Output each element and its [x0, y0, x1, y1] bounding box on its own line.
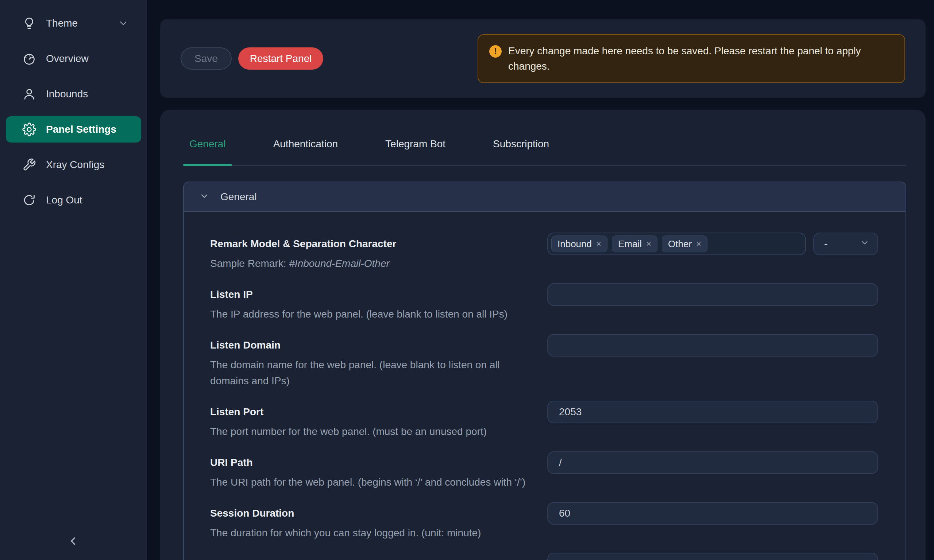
- form-row-session-duration: Session Duration The duration for which …: [210, 502, 878, 541]
- form-row-uri-path: URI Path The URI path for the web panel.…: [210, 451, 878, 490]
- tag-inbound: Inbound ×: [551, 235, 607, 252]
- gauge-icon: [22, 52, 36, 66]
- sidebar-item-xray-configs[interactable]: Xray Configs: [6, 152, 141, 178]
- field-label: Pagination Size: [210, 553, 533, 560]
- sidebar-item-theme[interactable]: Theme: [6, 10, 141, 37]
- tab-telegram-bot[interactable]: Telegram Bot: [379, 123, 452, 165]
- app: Theme Overview Inbounds Panel Settings: [0, 0, 934, 560]
- chevron-left-icon: [67, 535, 79, 549]
- gear-icon: [22, 123, 36, 136]
- sidebar-item-panel-settings[interactable]: Panel Settings: [6, 116, 141, 143]
- sidebar-item-label: Panel Settings: [46, 124, 116, 135]
- collapse-title: General: [220, 191, 257, 203]
- exclamation-circle-icon: !: [489, 45, 502, 58]
- chevron-down-icon: [860, 238, 869, 250]
- save-button[interactable]: Save: [180, 48, 232, 70]
- pagination-size-input[interactable]: [547, 553, 878, 560]
- sidebar-item-label: Theme: [46, 17, 78, 29]
- chevron-down-icon: [118, 18, 129, 29]
- tab-authentication[interactable]: Authentication: [267, 123, 344, 165]
- form-row-listen-port: Listen Port The port number for the web …: [210, 401, 878, 440]
- form-row-listen-domain: Listen Domain The domain name for the we…: [210, 334, 878, 389]
- form-row-listen-ip: Listen IP The IP address for the web pan…: [210, 283, 878, 322]
- toolbar: Save Restart Panel ! Every change made h…: [160, 19, 926, 98]
- sidebar-item-label: Xray Configs: [46, 159, 104, 171]
- field-label: Remark Model & Separation Character: [210, 232, 533, 255]
- tag-email: Email ×: [612, 235, 657, 252]
- sidebar-collapse-button[interactable]: [61, 530, 85, 554]
- chevron-down-icon: [199, 191, 210, 203]
- logout-icon: [22, 193, 36, 207]
- tag-other: Other ×: [662, 235, 707, 252]
- alert-text: Every change made here needs to be saved…: [508, 43, 894, 74]
- field-description: The duration for which you can stay logg…: [210, 525, 533, 541]
- remark-model-multiselect[interactable]: Inbound × Email × Other ×: [547, 232, 806, 255]
- general-form: Remark Model & Separation Character Samp…: [184, 212, 906, 560]
- field-description: The URI path for the web panel. (begins …: [210, 474, 533, 490]
- sidebar-item-label: Log Out: [46, 194, 82, 206]
- listen-ip-input[interactable]: [547, 283, 878, 306]
- sidebar-item-overview[interactable]: Overview: [6, 46, 141, 72]
- restart-warning-alert: ! Every change made here needs to be sav…: [478, 34, 905, 83]
- listen-domain-input[interactable]: [547, 334, 878, 357]
- field-label: Listen Domain: [210, 334, 533, 357]
- settings-card: General Authentication Telegram Bot Subs…: [160, 110, 926, 560]
- wrench-icon: [22, 158, 36, 172]
- tag-remove-icon[interactable]: ×: [596, 240, 601, 248]
- field-label: URI Path: [210, 451, 533, 474]
- field-label: Listen Port: [210, 401, 533, 423]
- separator-select[interactable]: -: [813, 232, 878, 255]
- general-collapse-panel: General Remark Model & Separation Charac…: [183, 182, 906, 560]
- tabs-bar: General Authentication Telegram Bot Subs…: [183, 110, 906, 166]
- user-icon: [22, 87, 36, 101]
- field-description: The port number for the web panel. (must…: [210, 424, 533, 440]
- sidebar: Theme Overview Inbounds Panel Settings: [0, 0, 147, 560]
- listen-port-input[interactable]: [547, 401, 878, 423]
- restart-panel-button[interactable]: Restart Panel: [238, 48, 324, 70]
- main-content: Save Restart Panel ! Every change made h…: [147, 0, 934, 560]
- sidebar-item-label: Inbounds: [46, 88, 88, 100]
- sidebar-item-log-out[interactable]: Log Out: [6, 187, 141, 213]
- tab-general[interactable]: General: [183, 123, 232, 165]
- sidebar-item-inbounds[interactable]: Inbounds: [6, 81, 141, 107]
- session-duration-input[interactable]: [547, 502, 878, 525]
- form-row-pagination-size: Pagination Size: [210, 553, 878, 560]
- separator-value: -: [824, 238, 828, 250]
- field-label: Listen IP: [210, 283, 533, 306]
- tag-remove-icon[interactable]: ×: [696, 240, 701, 248]
- uri-path-input[interactable]: [547, 451, 878, 474]
- field-description: The IP address for the web panel. (leave…: [210, 306, 533, 322]
- tab-subscription[interactable]: Subscription: [487, 123, 555, 165]
- tag-remove-icon[interactable]: ×: [646, 240, 651, 248]
- form-row-remark-model: Remark Model & Separation Character Samp…: [210, 232, 878, 272]
- general-collapse-header[interactable]: General: [184, 182, 906, 212]
- field-label: Session Duration: [210, 502, 533, 525]
- lightbulb-icon: [22, 16, 36, 30]
- sidebar-item-label: Overview: [46, 53, 89, 65]
- field-description: Sample Remark: #Inbound-Email-Other: [210, 255, 533, 272]
- field-description: The domain name for the web panel. (leav…: [210, 357, 533, 389]
